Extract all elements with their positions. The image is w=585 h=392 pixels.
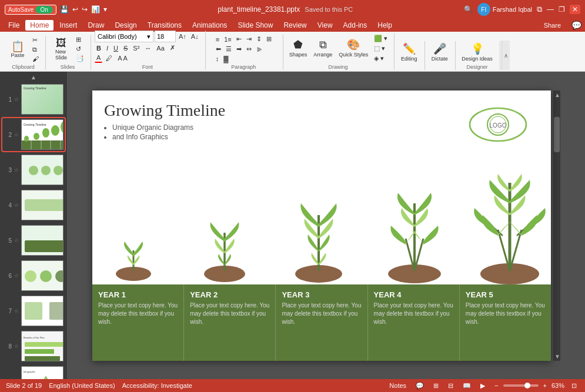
undo-icon[interactable]: ↩ (72, 5, 78, 14)
slide-thumb-3[interactable]: 3 ☆ (2, 153, 65, 186)
arrange-button[interactable]: ⧉ Arrange (311, 38, 335, 59)
menu-help[interactable]: Help (373, 20, 397, 31)
cut-button[interactable]: ✂ (31, 36, 41, 45)
slide-sorter-button[interactable]: ⊟ (446, 381, 456, 390)
font-name-selector[interactable]: Calibri (Body) ▾ (95, 31, 153, 42)
vertical-scrollbar[interactable]: ▲ ▼ (553, 91, 560, 361)
numbered-list-button[interactable]: 1≡ (222, 35, 233, 43)
reading-view-button[interactable]: 📖 (460, 381, 473, 390)
shapes-button[interactable]: ⬟ Shapes (287, 37, 310, 59)
dictate-button[interactable]: 🎤 Dictate (429, 41, 450, 63)
presentation-icon[interactable]: 📊 (91, 5, 100, 14)
copy-button[interactable]: ⧉ (31, 45, 41, 54)
shape-outline-button[interactable]: ⬚ ▾ (372, 44, 389, 53)
line-spacing-button[interactable]: ↕ (214, 55, 221, 63)
col-button[interactable]: ⫸ (255, 45, 265, 53)
font-size-input[interactable]: 18 (155, 31, 176, 42)
increase-indent-button[interactable]: ⇥ (245, 35, 253, 43)
align-left-button[interactable]: ⬅ (214, 45, 223, 53)
dropdown-icon[interactable]: ▾ (103, 5, 107, 14)
restore-icon[interactable]: ⧉ (537, 5, 542, 14)
strikethrough-button[interactable]: S (122, 44, 129, 52)
menu-home[interactable]: Home (25, 20, 54, 31)
clear-format-button[interactable]: ✗ (168, 43, 177, 52)
shadow-button[interactable]: S² (131, 44, 141, 52)
change-case-button[interactable]: Aa (155, 44, 166, 52)
bullet-list-button[interactable]: ≡ (214, 35, 221, 43)
redo-icon[interactable]: ↪ (82, 5, 88, 14)
text-direction-button[interactable]: ⇕ (255, 35, 263, 43)
save-icon[interactable]: 💾 (60, 5, 69, 14)
svg-rect-25 (25, 302, 42, 320)
increase-font-button[interactable]: A↑ (177, 32, 188, 41)
shape-effect-button[interactable]: ◈ ▾ (372, 54, 389, 63)
layout-button[interactable]: ⊞ (74, 35, 86, 44)
autosave-toggle[interactable]: On (35, 6, 52, 14)
underline-button[interactable]: U (112, 44, 120, 52)
decrease-indent-button[interactable]: ⇤ (235, 35, 243, 43)
ribbon-collapse-button[interactable]: ∧ (502, 41, 510, 70)
menu-slideshow[interactable]: Slide Show (233, 20, 278, 31)
menu-review[interactable]: Review (279, 20, 311, 31)
quick-styles-button[interactable]: 🎨 Quick Styles (336, 37, 370, 59)
menu-transitions[interactable]: Transitions (143, 20, 186, 31)
zoom-slider[interactable] (503, 384, 539, 387)
scrollbar-thumb[interactable] (554, 117, 560, 152)
align-right-button[interactable]: ➡ (235, 45, 243, 53)
scroll-up-button[interactable]: ▲ (553, 91, 560, 99)
slide-thumb-7[interactable]: 7 ☆ (2, 294, 65, 327)
editing-button[interactable]: ✏️ Editing (399, 41, 420, 63)
max-button[interactable]: ❐ (559, 5, 565, 14)
slide-thumb-2[interactable]: 2 ☆ Growing Timeline (2, 118, 65, 151)
slide-thumb-8[interactable]: 8 ☆ Benefits of Our Plan (2, 330, 65, 363)
close-button[interactable]: ✕ (570, 5, 580, 14)
slide-thumb-9[interactable]: 9 ☆ Infographic (2, 365, 65, 379)
menu-view[interactable]: View (313, 20, 337, 31)
zoom-in-button[interactable]: + (541, 381, 549, 390)
menu-design[interactable]: Design (110, 20, 141, 31)
accessibility-indicator[interactable]: Accessibility: Investigate (122, 382, 192, 389)
highlight-button[interactable]: 🖊 (104, 54, 114, 62)
new-slide-button[interactable]: 🖼 New Slide (49, 36, 73, 62)
bold-button[interactable]: B (95, 44, 103, 52)
autosave-badge[interactable]: AutoSave On (5, 5, 56, 15)
font-color-button[interactable]: A (95, 53, 102, 63)
italic-button[interactable]: I (105, 44, 110, 52)
menu-addins[interactable]: Add-ins (339, 20, 372, 31)
comments-icon[interactable]: 💬 (571, 21, 581, 30)
menu-file[interactable]: File (4, 20, 24, 31)
text-shadow-button[interactable]: ▓ (222, 55, 230, 63)
language-indicator[interactable]: English (United States) (49, 382, 115, 389)
share-button[interactable]: Share (537, 20, 568, 31)
slide-thumb-1[interactable]: 1 ☆ Growing Timeline (2, 83, 65, 116)
fit-to-window-button[interactable]: ⊡ (569, 381, 579, 390)
decrease-font-button[interactable]: A↓ (189, 32, 200, 41)
zoom-out-button[interactable]: − (492, 381, 500, 390)
shape-fill-button[interactable]: 🟩 ▾ (372, 34, 389, 43)
min-button[interactable]: — (547, 5, 554, 14)
design-ideas-button[interactable]: 💡 Design Ideas (459, 41, 495, 63)
menu-animations[interactable]: Animations (188, 20, 232, 31)
comments-button[interactable]: 💬 (413, 381, 426, 390)
reset-button[interactable]: ↺ (74, 45, 86, 53)
justify-button[interactable]: ⇔ (245, 45, 253, 53)
slide-canvas[interactable]: Growing Timeline Unique Organic Diagrams… (92, 91, 551, 361)
normal-view-button[interactable]: ⊞ (431, 381, 441, 390)
align-center-button[interactable]: ☰ (224, 45, 233, 53)
search-icon[interactable]: 🔍 (464, 5, 473, 14)
menu-draw[interactable]: Draw (83, 20, 109, 31)
slide-thumb-4[interactable]: 4 ☆ (2, 189, 65, 222)
notes-button[interactable]: Notes (387, 381, 409, 390)
slide-thumb-6[interactable]: 6 ☆ (2, 259, 65, 292)
section-button[interactable]: 📑 (74, 54, 86, 63)
slide-panel-scroll-up[interactable]: ▲ (2, 74, 65, 81)
menu-insert[interactable]: Insert (55, 20, 82, 31)
char-spacing-button[interactable]: ↔ (143, 44, 153, 52)
convert-text-button[interactable]: ⊞ (265, 35, 273, 43)
paste-button[interactable]: 📋 Paste (6, 40, 29, 59)
scroll-down-button[interactable]: ▼ (553, 352, 560, 361)
font-size-2[interactable]: A A (116, 54, 129, 62)
slideshow-button[interactable]: ▶ (478, 381, 487, 390)
slide-thumb-5[interactable]: 5 ☆ (2, 224, 65, 257)
format-painter-button[interactable]: 🖌 (31, 55, 41, 63)
